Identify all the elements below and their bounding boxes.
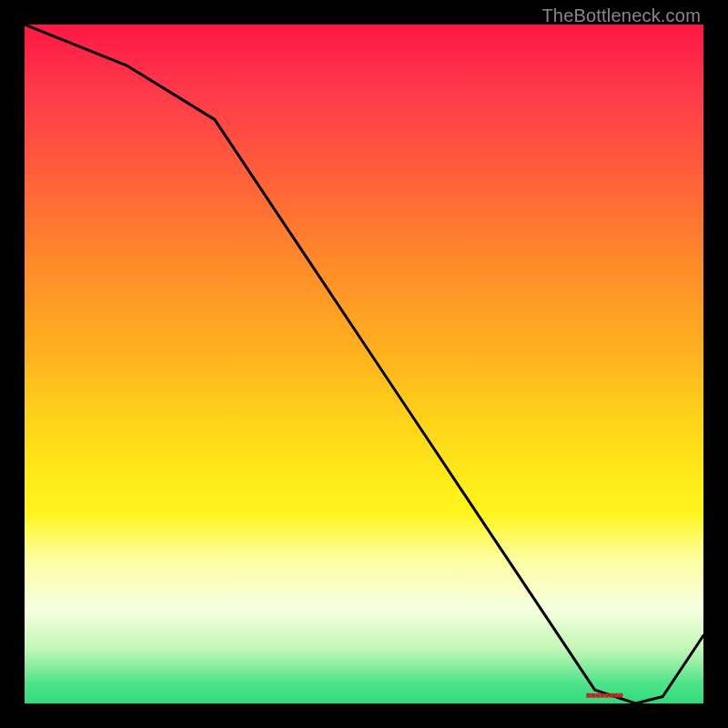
plot-area bbox=[25, 25, 703, 703]
minimum-marker: ■■■■■■■■ bbox=[585, 690, 622, 700]
chart-frame: ■■■■■■■■ TheBottleneck.com bbox=[0, 0, 728, 728]
watermark-text: TheBottleneck.com bbox=[541, 5, 701, 26]
